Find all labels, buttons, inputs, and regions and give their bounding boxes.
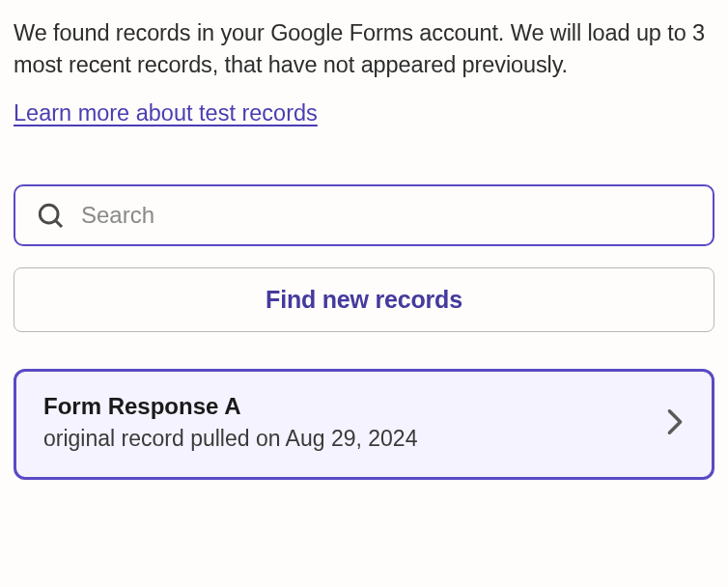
record-title: Form Response A xyxy=(43,393,650,420)
record-card[interactable]: Form Response A original record pulled o… xyxy=(14,369,714,480)
record-subtitle: original record pulled on Aug 29, 2024 xyxy=(43,426,650,452)
record-content: Form Response A original record pulled o… xyxy=(43,393,650,452)
description-text: We found records in your Google Forms ac… xyxy=(14,17,714,81)
learn-more-link[interactable]: Learn more about test records xyxy=(14,100,318,126)
search-container[interactable] xyxy=(14,184,714,246)
svg-line-1 xyxy=(56,221,62,227)
search-input[interactable] xyxy=(81,202,693,229)
find-new-records-button[interactable]: Find new records xyxy=(14,267,714,332)
search-icon xyxy=(35,200,66,231)
svg-point-0 xyxy=(40,205,58,223)
chevron-right-icon xyxy=(665,408,685,435)
